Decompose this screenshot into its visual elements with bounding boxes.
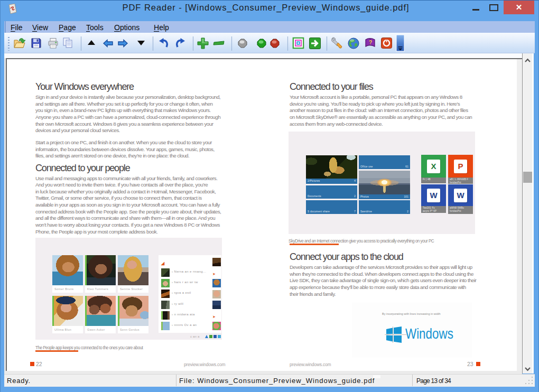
svg-text:?: ? (369, 40, 372, 45)
